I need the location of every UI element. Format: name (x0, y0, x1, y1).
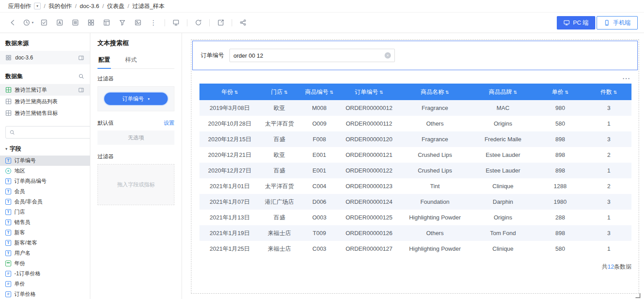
column-header[interactable]: 商品编号⇅ (299, 84, 340, 100)
toolbar-divider (209, 19, 210, 26)
search-filter-widget[interactable]: 订单编号 × (192, 41, 638, 70)
image-icon[interactable] (131, 17, 144, 29)
field-item[interactable]: -1订单价格 (0, 269, 90, 279)
field-item[interactable]: 地区 (0, 166, 90, 176)
config-tab[interactable]: 样式 (124, 52, 138, 69)
breadcrumb-item[interactable]: 我的创作 (49, 2, 72, 10)
more-vertical-icon[interactable]: ⋮ (147, 17, 160, 29)
export-icon[interactable] (214, 17, 227, 29)
list-icon[interactable] (69, 17, 81, 29)
table-row[interactable]: 2020年10月28日 太平洋百货 O009 ORDER00000112 Oth… (199, 116, 631, 131)
app-create-menu[interactable]: 应用创作 ▾ (8, 2, 41, 10)
data-table: 年份⇅ 门店⇅ 商品编号⇅ 订单编号⇅ 商品名称⇅ 商品品牌⇅ (199, 84, 631, 257)
column-header[interactable]: 门店⇅ (260, 84, 299, 100)
field-dropzone[interactable]: 拖入字段或指标 (97, 164, 174, 205)
chevron-down-icon: ▾ (32, 21, 34, 25)
filter-field-pill[interactable]: 订单编号 ▾ (104, 93, 168, 105)
dataset-item[interactable]: 雅诗兰黛订单 (0, 84, 90, 96)
field-item[interactable]: 会员 (0, 186, 90, 197)
sort-icon[interactable]: ⇅ (445, 90, 449, 95)
column-header[interactable]: 年份⇅ (199, 84, 260, 100)
chevron-down-icon[interactable]: ▾ (34, 3, 41, 9)
column-header[interactable]: 商品品牌⇅ (472, 84, 534, 100)
sort-icon[interactable]: ⇅ (565, 90, 568, 95)
sort-icon[interactable]: ⇅ (379, 90, 383, 95)
filter-icon[interactable] (116, 17, 128, 29)
sort-icon[interactable]: ⇅ (330, 90, 333, 95)
field-item[interactable]: 会员/非会员 (0, 197, 90, 207)
config-tab[interactable]: 配置 (97, 52, 111, 69)
table-row[interactable]: 2021年1月19日 来福士店 T009 ORDER00000126 Other… (199, 225, 631, 241)
table-row[interactable]: 2021年1月07日 港汇广场店 D006 ORDER00000124 Foun… (199, 194, 631, 210)
column-label: 单价 (552, 88, 564, 95)
sort-icon[interactable]: ⇅ (284, 90, 288, 95)
more-options-icon[interactable]: ··· (623, 75, 631, 82)
column-header[interactable]: 商品名称⇅ (398, 84, 471, 100)
component-icon[interactable] (38, 17, 50, 29)
sort-icon[interactable]: ⇅ (234, 90, 238, 95)
table-cell: Frederic Malle (472, 131, 534, 147)
table-row[interactable]: 2021年1月13日 百盛 O003 ORDER00000125 Highlig… (199, 210, 631, 225)
field-item[interactable]: 单价 (0, 279, 90, 289)
dataset-item[interactable]: 雅诗兰黛商品列表 (0, 96, 90, 107)
share-icon[interactable] (237, 17, 249, 29)
resize-handle[interactable] (636, 293, 640, 298)
table-cell: ORDER00000122 (340, 163, 398, 178)
preview-icon[interactable] (169, 17, 182, 29)
chevron-down-icon: ▾ (148, 97, 149, 101)
refresh-icon[interactable] (192, 17, 204, 29)
panel-toggle-icon[interactable] (78, 87, 85, 93)
table-row[interactable]: 2020年12月21日 欧亚 E001 ORDER00000121 Crushe… (199, 147, 631, 163)
sort-icon[interactable]: ⇅ (513, 90, 517, 95)
fields-title: 字段 (10, 145, 21, 153)
data-source-item[interactable]: doc-3.6 (0, 51, 90, 64)
sort-icon[interactable]: ⇅ (614, 90, 617, 95)
field-item[interactable]: 新客/老客 (0, 238, 90, 248)
table-row[interactable]: 2020年12月27日 百盛 E001 ORDER00000122 Crushe… (199, 163, 631, 178)
field-item[interactable]: 订单价格 (0, 289, 90, 299)
filter-search-input[interactable] (233, 52, 385, 59)
breadcrumb-item[interactable]: 仪表盘 (107, 2, 124, 10)
search-icon[interactable] (78, 73, 85, 80)
filter-widget-label: 订单编号 (201, 51, 224, 59)
column-header[interactable]: 单价⇅ (534, 84, 586, 100)
back-icon[interactable] (6, 17, 19, 29)
breadcrumb-item[interactable]: 过滤器_样本 (132, 2, 165, 10)
column-header[interactable]: 件数⇅ (586, 84, 631, 100)
clear-icon[interactable]: × (385, 52, 391, 59)
panel-toggle-icon[interactable] (78, 55, 85, 61)
field-item[interactable]: 用户名 (0, 248, 90, 258)
fields-header[interactable]: ▾ 字段 (0, 145, 90, 153)
widget-title: 文本搜索框 (97, 39, 174, 47)
field-item[interactable]: 订单编号 (0, 156, 90, 166)
dashboard-canvas[interactable]: 订单编号 × ··· 年份⇅ (182, 33, 644, 299)
table-icon[interactable] (100, 17, 113, 29)
table-row[interactable]: 2021年1月25日 来福士店 C003 ORDER00000127 Highl… (199, 241, 631, 257)
breadcrumb-item[interactable]: doc-3.6 (80, 3, 99, 9)
field-item[interactable]: 新客 (0, 227, 90, 238)
dataset-label: 雅诗兰黛商品列表 (15, 98, 75, 105)
app-create-label: 应用创作 (8, 2, 31, 10)
history-icon[interactable]: ▾ (22, 17, 34, 29)
text-icon[interactable] (53, 17, 66, 29)
table-row[interactable]: 2021年1月01日 太平洋百货 C004 ORDER00000123 Tint… (199, 178, 631, 194)
field-item[interactable]: 门店 (0, 207, 90, 217)
field-search-input[interactable] (18, 129, 87, 135)
field-item[interactable]: 年份 (0, 258, 90, 269)
field-type-icon (5, 189, 11, 194)
phone-icon (604, 20, 610, 26)
field-item[interactable]: 订单商品编号 (0, 176, 90, 186)
field-type-icon (5, 209, 11, 215)
field-item[interactable]: 销售员 (0, 217, 90, 227)
dataset-item[interactable]: 雅诗兰黛销售目标 (0, 107, 90, 119)
table-row[interactable]: 2020年12月15日 百盛 F008 ORDER00000120 Fragra… (199, 131, 631, 147)
layout-icon[interactable] (85, 17, 97, 29)
column-header[interactable]: 订单编号⇅ (340, 84, 398, 100)
field-search-box[interactable] (5, 126, 90, 139)
pc-view-button[interactable]: PC 端 (557, 16, 595, 29)
table-body: 2019年3月08日 欧亚 M008 ORDER00000012 Fragran… (199, 100, 631, 257)
table-row[interactable]: 2019年3月08日 欧亚 M008 ORDER00000012 Fragran… (199, 100, 631, 116)
mobile-view-button[interactable]: 手机端 (597, 16, 638, 29)
default-value-label: 默认值 (97, 119, 114, 127)
default-value-set-link[interactable]: 设置 (164, 119, 174, 127)
